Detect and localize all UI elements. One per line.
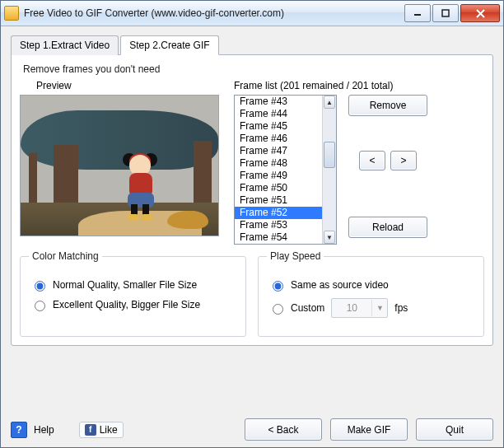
maximize-button[interactable] xyxy=(432,4,459,22)
frame-list-item[interactable]: Frame #48 xyxy=(235,157,322,170)
play-speed-legend: Play Speed xyxy=(267,250,324,262)
radio-excellent-quality[interactable]: Excellent Quality, Bigger File Size xyxy=(30,298,236,311)
frame-list-item[interactable]: Frame #43 xyxy=(235,96,322,108)
preview-label: Preview xyxy=(36,80,226,91)
radio-same-input[interactable] xyxy=(273,281,283,292)
radio-same-source[interactable]: Same as source video xyxy=(268,278,474,292)
fps-value: 10 xyxy=(332,302,371,314)
help-label[interactable]: Help xyxy=(34,424,54,436)
app-icon xyxy=(4,6,19,21)
maximize-icon xyxy=(441,9,450,17)
radio-custom-fps[interactable]: Custom xyxy=(268,301,324,315)
tab-step2[interactable]: Step 2.Create GIF xyxy=(120,35,218,55)
frame-list-item[interactable]: Frame #49 xyxy=(235,170,322,182)
frame-list-item[interactable]: Frame #45 xyxy=(235,120,322,133)
frame-list-item[interactable]: Frame #46 xyxy=(235,133,322,145)
back-button[interactable]: < Back xyxy=(245,418,322,441)
radio-excellent-input[interactable] xyxy=(35,301,45,311)
fps-unit: fps xyxy=(394,302,408,314)
preview-image xyxy=(20,95,219,236)
tab-step1[interactable]: Step 1.Extract Video xyxy=(11,35,119,55)
help-icon[interactable]: ? xyxy=(11,422,27,438)
color-matching-legend: Color Matching xyxy=(29,250,102,262)
radio-same-label: Same as source video xyxy=(291,279,389,291)
frame-list-item[interactable]: Frame #47 xyxy=(235,145,322,157)
color-matching-group: Color Matching Normal Quality, Smaller F… xyxy=(20,256,246,337)
quit-button[interactable]: Quit xyxy=(416,418,493,441)
titlebar: Free Video to GIF Converter (www.video-g… xyxy=(1,1,503,26)
close-button[interactable] xyxy=(460,4,500,22)
make-gif-button[interactable]: Make GIF xyxy=(330,418,408,441)
app-window: Free Video to GIF Converter (www.video-g… xyxy=(0,0,504,448)
minimize-button[interactable] xyxy=(404,4,431,22)
frame-list-item[interactable]: Frame #52 xyxy=(235,207,322,219)
like-button[interactable]: f Like xyxy=(79,422,124,438)
chevron-down-icon[interactable]: ▼ xyxy=(371,300,387,316)
frame-list-item[interactable]: Frame #50 xyxy=(235,182,322,194)
frame-list-title: Frame list (201 remained / 201 total) xyxy=(234,80,484,91)
minimize-icon xyxy=(413,9,422,17)
frame-list-item[interactable]: Frame #54 xyxy=(235,231,322,244)
frame-list-item[interactable]: Frame #44 xyxy=(235,108,322,120)
scroll-thumb[interactable] xyxy=(324,142,335,168)
radio-normal-input[interactable] xyxy=(35,281,45,292)
radio-normal-quality[interactable]: Normal Quality, Smaller File Size xyxy=(30,278,236,292)
window-title: Free Video to GIF Converter (www.video-g… xyxy=(24,7,404,19)
svg-rect-1 xyxy=(442,10,449,16)
like-label: Like xyxy=(100,424,118,436)
scrollbar[interactable]: ▲ ▼ xyxy=(322,96,336,244)
next-frame-button[interactable]: > xyxy=(390,151,417,170)
remove-frames-heading: Remove frames you don't need xyxy=(23,63,484,75)
tab-panel-step2: Remove frames you don't need Preview xyxy=(11,54,493,346)
frame-list-item[interactable]: Frame #51 xyxy=(235,194,322,207)
close-icon xyxy=(476,9,485,18)
bottom-bar: ? Help f Like < Back Make GIF Quit xyxy=(11,412,493,441)
fps-combo[interactable]: 10 ▼ xyxy=(331,298,388,318)
radio-custom-label: Custom xyxy=(291,302,324,314)
radio-excellent-label: Excellent Quality, Bigger File Size xyxy=(53,299,200,310)
scroll-up-button[interactable]: ▲ xyxy=(324,96,335,109)
reload-button[interactable]: Reload xyxy=(348,217,427,238)
frame-listbox[interactable]: Frame #43Frame #44Frame #45Frame #46Fram… xyxy=(234,95,337,245)
client-area: Step 1.Extract Video Step 2.Create GIF R… xyxy=(1,26,503,447)
radio-custom-input[interactable] xyxy=(273,304,283,315)
remove-button[interactable]: Remove xyxy=(348,95,427,116)
frame-list-item[interactable]: Frame #53 xyxy=(235,219,322,231)
prev-frame-button[interactable]: < xyxy=(359,151,385,170)
play-speed-group: Play Speed Same as source video Custom xyxy=(258,256,484,337)
scroll-down-button[interactable]: ▼ xyxy=(324,231,335,244)
tab-strip: Step 1.Extract Video Step 2.Create GIF xyxy=(11,35,493,54)
radio-normal-label: Normal Quality, Smaller File Size xyxy=(53,279,197,291)
facebook-icon: f xyxy=(85,424,96,436)
